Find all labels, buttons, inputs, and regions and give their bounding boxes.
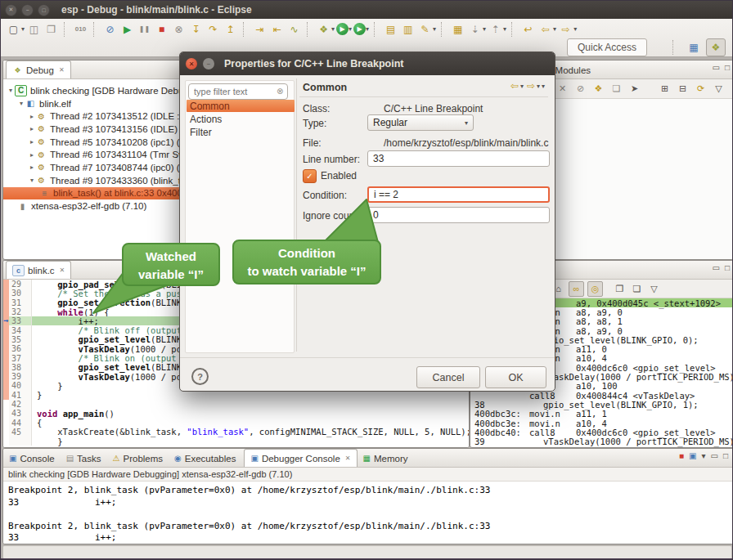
line-number[interactable]: 37	[9, 353, 32, 362]
line-number[interactable]: 42	[9, 400, 32, 409]
pin-view-icon[interactable]: ➤	[627, 82, 641, 96]
window-close-button[interactable]: ✕	[5, 4, 17, 16]
line-number[interactable]: 35	[9, 335, 32, 344]
nav-item-actions[interactable]: Actions	[187, 113, 295, 125]
help-icon[interactable]: ?	[191, 368, 209, 385]
expander-icon[interactable]: ▾	[28, 177, 36, 184]
remove-all-icon[interactable]: ⊘	[573, 82, 587, 96]
back-dropdown-icon[interactable]: ▾	[553, 25, 556, 33]
code-text[interactable]: xTaskCreate(&blink_task, "blink_task", c…	[32, 427, 469, 437]
minimize-panel-icon[interactable]: ▭	[711, 451, 718, 460]
line-number[interactable]: 45	[9, 428, 32, 437]
run-dropdown-icon[interactable]: ▾	[349, 25, 352, 33]
close-tab-icon[interactable]: ✕	[345, 455, 351, 462]
registers-view-menu-icon[interactable]: ▽	[712, 82, 726, 96]
maximize-panel-icon[interactable]: □	[723, 451, 728, 460]
forward-icon[interactable]: ⇨	[527, 80, 535, 92]
expander-icon[interactable]: ▸	[28, 164, 36, 171]
line-number[interactable]: 38	[9, 363, 32, 372]
run-icon[interactable]: ▶	[336, 23, 349, 35]
external-tools-icon[interactable]: ▶	[353, 23, 366, 35]
expander-icon[interactable]: ▾	[17, 100, 25, 107]
build-icon[interactable]: 010	[73, 21, 88, 37]
save-all-icon[interactable]: ❐	[43, 21, 59, 37]
suspend-icon[interactable]: ❚❚	[137, 21, 152, 37]
forward-dropdown-icon[interactable]: ▾	[573, 25, 577, 33]
forward-icon[interactable]: ⇨	[558, 21, 573, 37]
nav-item-common[interactable]: Common	[187, 100, 295, 112]
external-tools-dropdown-icon[interactable]: ▾	[366, 25, 369, 33]
quick-access-button[interactable]: Quick Access	[567, 38, 647, 56]
use-step-filters-icon[interactable]: ∿	[286, 21, 302, 37]
dialog-titlebar[interactable]: ✕ − Properties for C/C++ Line Breakpoint	[180, 52, 555, 75]
show-columns-icon[interactable]: ❖	[591, 82, 605, 96]
debug-dropdown-icon[interactable]: ▾	[331, 25, 335, 33]
line-number[interactable]: 30	[9, 289, 32, 298]
line-number[interactable]: 34	[9, 325, 32, 334]
mark-occurrences-icon[interactable]: ▦	[450, 21, 465, 37]
previous-annotation-dropdown-icon[interactable]: ▾	[503, 25, 506, 33]
window-minimize-button[interactable]: −	[21, 4, 34, 16]
import-icon[interactable]: ❏	[609, 82, 623, 96]
disasm-row[interactable]: 400dbc3c:movi.na11, 1	[470, 410, 733, 419]
code-text[interactable]: }	[32, 390, 42, 400]
type-select[interactable]: Regular ▾	[367, 114, 474, 131]
disassembly-view-menu-icon[interactable]: ▽	[647, 282, 661, 296]
tab-problems[interactable]: ⚠Problems	[107, 450, 169, 467]
code-line[interactable]: }	[3, 437, 469, 446]
line-number[interactable]	[9, 437, 32, 446]
next-annotation-dropdown-icon[interactable]: ▾	[483, 25, 486, 33]
minimize-panel-icon[interactable]: ▭	[713, 263, 720, 272]
line-number[interactable]: 39	[9, 372, 32, 381]
code-text[interactable]: while(1) {	[32, 307, 110, 317]
expander-icon[interactable]: ▸	[28, 151, 36, 159]
cpp-perspective-icon[interactable]: ▦	[685, 39, 703, 56]
terminate-icon[interactable]: ■	[679, 451, 684, 460]
expander-icon[interactable]: ▾	[7, 87, 15, 94]
condition-input[interactable]	[367, 186, 550, 203]
code-text[interactable]: }	[32, 437, 63, 446]
line-number[interactable]: 44	[9, 418, 32, 427]
expander-icon[interactable]: ▸	[28, 138, 36, 146]
line-number[interactable]: 33	[9, 316, 32, 325]
code-text[interactable]: }	[32, 381, 63, 391]
disconnect-icon[interactable]: ⊗	[171, 21, 187, 37]
maximize-panel-icon[interactable]: □	[725, 263, 730, 272]
line-number[interactable]: 40	[9, 381, 32, 390]
back-icon[interactable]: ⇦	[510, 80, 519, 92]
code-text[interactable]: {	[32, 418, 42, 428]
tab-debug[interactable]: ❖ Debug ✕	[6, 60, 71, 78]
tab-memory[interactable]: ▦Memory	[358, 450, 414, 467]
remove-icon[interactable]: ✕	[555, 82, 569, 96]
expander-icon[interactable]: ▸	[28, 113, 36, 120]
instruction-stepping-icon[interactable]: ⇥	[252, 21, 268, 37]
line-number[interactable]: 31	[9, 298, 32, 307]
expand-all-icon[interactable]: ⊞	[658, 82, 672, 96]
restore-view-icon[interactable]: ❐	[613, 282, 627, 296]
ok-button[interactable]: OK	[485, 366, 546, 388]
minimize-panel-icon[interactable]: ▭	[713, 63, 720, 72]
open-task-icon[interactable]: ▥	[400, 21, 416, 37]
line-number[interactable]: 41	[9, 391, 32, 400]
maximize-panel-icon[interactable]: □	[725, 63, 730, 72]
code-line[interactable]: 41}	[3, 391, 469, 400]
expander-icon[interactable]: ▸	[28, 125, 36, 132]
tab-blink-c[interactable]: c blink.c ✕	[6, 261, 71, 279]
cancel-button[interactable]: Cancel	[416, 366, 480, 388]
last-edit-location-icon[interactable]: ↩	[520, 21, 536, 37]
debug-perspective-icon[interactable]: ❖	[706, 38, 726, 56]
tab-executables[interactable]: ◉Executables	[169, 450, 241, 467]
show-source-icon[interactable]: ◎	[587, 281, 603, 297]
filter-input[interactable]	[188, 83, 288, 100]
code-text[interactable]: void app_main()	[32, 409, 115, 419]
open-new-view-icon[interactable]: ❏	[630, 282, 644, 296]
disasm-row[interactable]: call80x400844c4 <vTaskDelay>	[470, 391, 733, 400]
line-number-input[interactable]	[367, 150, 550, 167]
code-text[interactable]: i++;	[32, 316, 99, 326]
collapse-all-icon[interactable]: ⊟	[676, 82, 690, 96]
window-maximize-button[interactable]: □	[38, 4, 50, 16]
nav-item-filter[interactable]: Filter	[187, 126, 295, 138]
back-icon[interactable]: ⇦	[537, 21, 553, 37]
terminate-icon[interactable]: ■	[154, 21, 169, 37]
ignore-count-input[interactable]	[367, 207, 550, 223]
